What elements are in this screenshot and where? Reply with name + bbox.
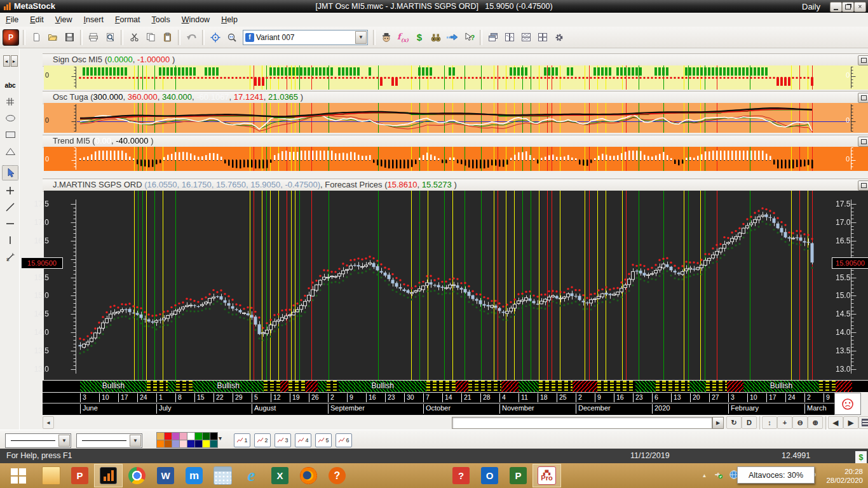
taskbar-app-word[interactable]: W — [151, 464, 180, 487]
zoom-drag-icon[interactable] — [224, 30, 240, 45]
taskbar-app-maxthon[interactable]: m — [180, 464, 208, 487]
chart-template-button-6[interactable]: 6 — [336, 433, 352, 447]
expert-advisor-icon[interactable] — [445, 30, 460, 45]
menu-item-view[interactable]: View — [50, 13, 78, 24]
minimize-button[interactable] — [830, 2, 842, 12]
pointer-tool[interactable] — [2, 165, 18, 180]
zoom-out-button[interactable]: ⊖ — [792, 416, 808, 429]
crosshair-tool[interactable] — [2, 183, 18, 198]
menu-item-help[interactable]: Help — [215, 13, 243, 24]
tile-horizontal-icon[interactable] — [519, 30, 534, 45]
paste-icon[interactable] — [159, 30, 175, 45]
taskbar-app-help-circle[interactable]: ? — [323, 464, 351, 487]
scroll-left-button[interactable]: ◄ — [43, 416, 54, 429]
tray-expand-icon[interactable]: ▲ — [702, 473, 707, 478]
taskbar-app-metastock[interactable] — [94, 464, 123, 487]
vertical-scale-button[interactable]: ↕ — [762, 416, 777, 429]
palette-dropdown-icon[interactable]: ▾ — [219, 435, 222, 442]
text-abc-tool[interactable]: abc — [2, 78, 18, 93]
taskbar-app-chrome[interactable] — [123, 464, 151, 487]
context-help-icon[interactable]: ? — [461, 30, 477, 45]
line-weight-combobox[interactable]: ▼ — [76, 433, 142, 448]
taskbar-app-powerpoint[interactable]: P — [65, 464, 94, 487]
vertical-line-tool[interactable] — [2, 233, 18, 248]
options-gear-icon[interactable] — [552, 30, 567, 45]
trend-line-tool[interactable] — [2, 200, 18, 215]
periodicity-button[interactable]: D — [742, 416, 757, 429]
scrollbar-right-arrow[interactable]: ▶ — [712, 417, 724, 429]
main-plot[interactable] — [44, 191, 868, 380]
mini-chart-icon — [318, 437, 325, 444]
undo-icon[interactable] — [184, 30, 199, 45]
horizontal-line-tool[interactable] — [2, 216, 18, 231]
panel-maximize-button[interactable] — [858, 180, 868, 191]
target-icon[interactable] — [208, 30, 223, 45]
sign-plot[interactable] — [44, 65, 868, 90]
print-icon[interactable] — [86, 30, 101, 45]
tuga-plot[interactable] — [44, 103, 868, 133]
start-button[interactable] — [0, 464, 37, 487]
menu-item-format[interactable]: Format — [109, 13, 146, 24]
cascade-windows-icon[interactable] — [485, 30, 501, 45]
dropdown-arrow-icon[interactable]: ▼ — [130, 435, 141, 447]
tile-vertical-icon[interactable] — [502, 30, 517, 45]
taskbar-app-red-help[interactable]: ? — [447, 464, 475, 487]
semilog-line-tool[interactable]: S — [2, 249, 18, 264]
recalculate-button[interactable]: ↻ — [726, 416, 742, 429]
line-style-combobox[interactable]: ▼ — [5, 433, 71, 448]
variant-combobox[interactable]: fVariant 007▼ — [243, 30, 368, 45]
zoom-in-button[interactable]: ⊕ — [808, 416, 823, 429]
previous-button[interactable]: ◀ — [828, 416, 843, 429]
menu-item-file[interactable]: File — [0, 13, 24, 24]
color-swatch[interactable] — [210, 440, 218, 448]
chart-template-button-4[interactable]: 4 — [295, 433, 311, 447]
cut-icon[interactable] — [126, 30, 142, 45]
taskbar-clock[interactable]: 20:2828/02/2020 — [826, 467, 863, 485]
tile-grid-icon[interactable] — [535, 30, 550, 45]
zoom-preview-icon[interactable] — [102, 30, 118, 45]
next-button[interactable]: ▶ — [843, 416, 858, 429]
taskbar-app-outlook[interactable]: O — [475, 464, 504, 487]
scroll-pair-tool[interactable]: ◄► — [2, 53, 18, 69]
detective-icon[interactable] — [379, 30, 394, 45]
taskbar-app-calculator[interactable] — [208, 464, 237, 487]
close-button[interactable]: × — [854, 2, 866, 12]
taskbar-app-internet-explorer[interactable]: e — [237, 464, 266, 487]
trend-plot[interactable] — [44, 147, 868, 171]
panel-maximize-button[interactable] — [858, 93, 868, 103]
panel-maximize-button[interactable] — [858, 55, 868, 65]
panel-maximize-button[interactable] — [858, 137, 868, 147]
taskbar-app-excel[interactable]: X — [266, 464, 294, 487]
dropdown-arrow-icon[interactable]: ▼ — [58, 435, 70, 447]
taskbar-app-file-explorer[interactable] — [37, 464, 65, 487]
usb-tray-icon[interactable] — [714, 470, 724, 481]
indicator-builder-icon[interactable]: f(x) — [395, 30, 410, 45]
binoculars-icon[interactable] — [428, 30, 444, 45]
pan-button[interactable]: + — [777, 416, 792, 429]
chart-template-button-2[interactable]: 2 — [254, 433, 271, 447]
taskbar-app-metastock-pro[interactable]: ▞▚Pro — [532, 464, 561, 487]
save-icon[interactable] — [62, 30, 77, 45]
taskbar-app-project[interactable]: P — [504, 464, 532, 487]
open-folder-icon[interactable] — [45, 30, 60, 45]
restore-button[interactable] — [842, 2, 854, 12]
menu-item-tools[interactable]: Tools — [146, 13, 175, 24]
menu-item-insert[interactable]: Insert — [78, 13, 109, 24]
copy-icon[interactable] — [143, 30, 158, 45]
horizontal-scrollbar[interactable] — [452, 417, 712, 429]
menu-item-window[interactable]: Window — [176, 13, 215, 24]
triangle-tool[interactable] — [2, 144, 18, 159]
menu-item-edit[interactable]: Edit — [24, 13, 50, 24]
taskbar-app-firefox[interactable] — [294, 464, 323, 487]
ellipse-tool[interactable] — [2, 111, 18, 126]
expert-alert-button[interactable] — [834, 393, 861, 415]
system-tester-icon[interactable]: $ — [412, 30, 427, 45]
chart-template-button-1[interactable]: 1 — [234, 433, 250, 447]
rectangle-tool[interactable] — [2, 127, 18, 142]
data-window-button[interactable] — [858, 416, 868, 429]
chart-template-button-5[interactable]: 5 — [315, 433, 332, 447]
grid-tool[interactable] — [2, 94, 18, 109]
new-document-icon[interactable] — [29, 30, 44, 45]
dropdown-arrow-icon[interactable]: ▼ — [355, 31, 367, 44]
chart-template-button-3[interactable]: 3 — [275, 433, 291, 447]
